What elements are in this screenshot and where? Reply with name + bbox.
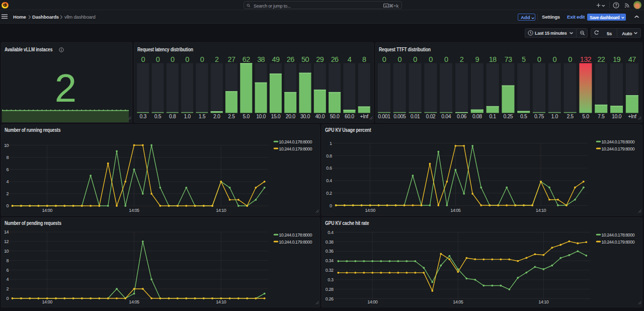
svg-text:14:10: 14:10 [216,299,226,304]
svg-text:0.06: 0.06 [457,113,466,119]
svg-text:0: 0 [537,55,541,63]
svg-text:0.08: 0.08 [472,113,482,119]
svg-text:47: 47 [628,55,636,63]
svg-text:0.2: 0.2 [326,191,332,196]
svg-text:2.5: 2.5 [567,113,574,119]
svg-text:10: 10 [4,249,9,254]
svg-text:2: 2 [6,286,9,291]
svg-text:15.0: 15.0 [271,113,280,119]
svg-text:0.25: 0.25 [503,113,513,119]
svg-text:0.5: 0.5 [154,113,162,119]
svg-text:14:05: 14:05 [453,299,463,304]
svg-text:8: 8 [362,55,366,63]
svg-text:0.8: 0.8 [326,153,332,159]
svg-text:4: 4 [6,179,9,184]
svg-text:0.8: 0.8 [169,113,176,119]
svg-text:18: 18 [489,55,497,63]
svg-text:0: 0 [6,203,9,208]
svg-text:6: 6 [6,268,9,273]
svg-text:2: 2 [6,191,9,196]
svg-text:1: 1 [330,141,332,146]
svg-text:10: 10 [4,143,9,148]
svg-text:14:05: 14:05 [129,208,139,213]
svg-text:0: 0 [444,55,448,63]
svg-text:49: 49 [272,55,279,63]
svg-text:14:05: 14:05 [129,299,139,304]
svg-text:0.1: 0.1 [489,113,496,119]
svg-text:14: 14 [4,229,9,235]
svg-text:14:00: 14:00 [42,208,53,213]
svg-text:0.3: 0.3 [139,113,146,119]
svg-text:0: 0 [553,55,557,63]
svg-text:9: 9 [475,55,479,63]
svg-text:20.0: 20.0 [286,113,295,119]
svg-text:8: 8 [6,155,9,160]
svg-text:26: 26 [331,55,339,63]
svg-text:0: 0 [200,55,204,63]
svg-text:2: 2 [55,66,76,110]
svg-text:14:10: 14:10 [538,299,549,304]
svg-text:14:10: 14:10 [536,208,546,213]
svg-text:1.0: 1.0 [551,113,558,119]
svg-text:2: 2 [460,55,464,63]
svg-text:19: 19 [613,55,620,63]
svg-text:14:00: 14:00 [42,299,53,304]
svg-text:1.0: 1.0 [184,113,191,119]
svg-text:0: 0 [185,55,189,63]
svg-text:40.0: 40.0 [315,113,325,119]
svg-text:50.0: 50.0 [330,113,340,119]
svg-text:0: 0 [141,55,145,63]
svg-text:0.5: 0.5 [520,113,527,119]
svg-text:4: 4 [348,55,352,63]
svg-text:10.244.0.179:8000: 10.244.0.179:8000 [601,146,634,151]
svg-text:62: 62 [243,55,250,63]
svg-text:0.6: 0.6 [326,166,332,171]
svg-text:0: 0 [330,203,332,208]
svg-text:5.0: 5.0 [582,113,589,119]
svg-text:14:00: 14:00 [367,299,378,304]
svg-text:0: 0 [429,55,433,63]
svg-text:0.28: 0.28 [326,287,334,292]
svg-text:5.0: 5.0 [243,113,250,119]
svg-text:10.244.0.179:8000: 10.244.0.179:8000 [279,240,312,245]
svg-text:0: 0 [568,55,572,63]
svg-text:0.34: 0.34 [326,258,334,263]
svg-text:+Inf: +Inf [360,113,369,119]
svg-text:14:00: 14:00 [365,208,375,213]
svg-text:0: 0 [398,55,402,63]
svg-text:26: 26 [287,55,294,63]
svg-text:+Inf: +Inf [628,113,636,119]
svg-text:0.4: 0.4 [326,178,332,183]
svg-text:2.0: 2.0 [213,113,220,119]
svg-text:10.244.0.179:8000: 10.244.0.179:8000 [601,240,634,245]
svg-text:0: 0 [413,55,417,63]
svg-text:29: 29 [316,55,324,63]
svg-text:7.5: 7.5 [598,113,605,119]
svg-text:5: 5 [522,55,526,63]
svg-text:0: 0 [156,55,160,63]
svg-text:0: 0 [382,55,386,63]
svg-text:0.32: 0.32 [326,268,334,273]
svg-text:60.0: 60.0 [345,113,354,119]
svg-text:10.244.0.179:8000: 10.244.0.179:8000 [279,146,312,151]
svg-text:10.244.0.178:8000: 10.244.0.178:8000 [279,232,312,238]
svg-text:0.005: 0.005 [393,113,406,119]
svg-text:2: 2 [215,55,219,63]
svg-text:38: 38 [257,55,265,63]
svg-text:10.244.0.178:8000: 10.244.0.178:8000 [601,232,634,238]
svg-text:10.0: 10.0 [612,113,621,119]
svg-text:1.5: 1.5 [199,113,206,119]
svg-text:4: 4 [6,277,9,282]
svg-text:6: 6 [6,167,9,172]
svg-text:0.02: 0.02 [426,113,435,119]
svg-text:0.4: 0.4 [328,230,334,235]
svg-text:0.36: 0.36 [326,249,334,254]
svg-text:10.244.0.178:8000: 10.244.0.178:8000 [279,139,312,144]
svg-text:14:10: 14:10 [216,208,226,213]
svg-text:0: 0 [171,55,175,63]
svg-text:0: 0 [6,296,9,301]
svg-text:27: 27 [228,55,235,63]
svg-text:2.5: 2.5 [228,113,235,119]
svg-text:14:05: 14:05 [450,208,461,213]
svg-text:30.0: 30.0 [300,113,310,119]
